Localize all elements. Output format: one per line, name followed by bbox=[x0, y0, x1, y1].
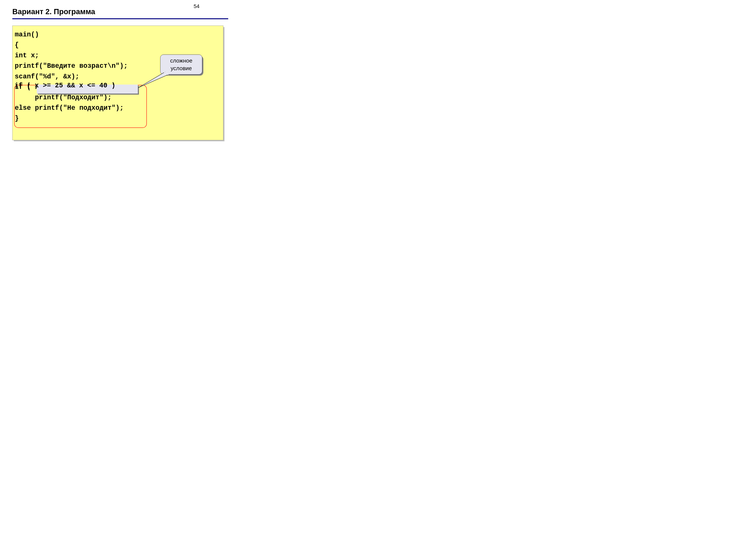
callout-line: сложное bbox=[170, 57, 192, 64]
code-line: int x; bbox=[15, 52, 39, 59]
condition-text-overlay: if ( x >= 25 && x <= 40 ) bbox=[15, 82, 115, 89]
code-line: printf("Подходит"); bbox=[15, 94, 111, 101]
slide-title: Вариант 2. Программа bbox=[12, 7, 95, 16]
code-line: else printf("Не подходит"); bbox=[15, 104, 124, 112]
code-line: printf("Введите возраст\n"); bbox=[15, 62, 128, 70]
code-line: scanf("%d", &x); bbox=[15, 73, 79, 80]
title-underline bbox=[12, 18, 228, 19]
code-listing: main() { int x; printf("Введите возраст\… bbox=[15, 29, 128, 124]
callout-tail-mask bbox=[164, 72, 169, 75]
page-number: 54 bbox=[194, 3, 200, 9]
callout-line: условие bbox=[171, 64, 192, 72]
code-line: } bbox=[15, 115, 19, 122]
callout-box: сложное условие bbox=[160, 54, 202, 75]
code-line: main() bbox=[15, 31, 39, 38]
code-line: { bbox=[15, 41, 19, 49]
slide: 54 Вариант 2. Программа main() { int x; … bbox=[0, 0, 239, 179]
